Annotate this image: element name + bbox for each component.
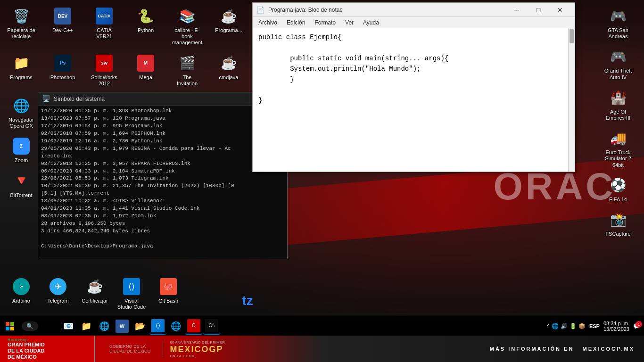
gta-sa-label: GTA San Andreas [603, 27, 633, 40]
tezos-area: tz [231, 289, 264, 312]
tray-dropbox-icon[interactable]: 📦 [578, 323, 586, 329]
fscapture-icon: 📸 [609, 210, 627, 229]
taskbar-app-cmd[interactable]: C:\ [203, 318, 220, 335]
desktop-icon-papelera[interactable]: 🗑️ Papelera de reciclaje [5, 5, 38, 48]
desktop-icon-programa[interactable]: ☕ Programa... [212, 5, 245, 48]
notification-center-button[interactable]: 💬 1 [633, 323, 640, 329]
desktop-icon-python[interactable]: 🐍 Python [129, 5, 162, 48]
desktop-icon-programs[interactable]: 📁 Programs [5, 52, 38, 89]
desktop-icon-gta4[interactable]: 🎮 Grand Theft Auto IV [602, 45, 635, 82]
notepad-window-controls: ─ □ ✕ [506, 3, 571, 17]
taskbar-app-word[interactable]: W [114, 318, 131, 335]
notepad-close-button[interactable]: ✕ [549, 3, 571, 17]
notepad-menubar: Archivo Edición Formato Ver Ayuda [253, 17, 575, 28]
fscapture-label: FSCapture [605, 231, 630, 237]
desktop-icon-vscode[interactable]: ⟨⟩ Visual Studio Code [115, 275, 148, 312]
tray-battery-icon[interactable]: 🔋 [570, 323, 577, 329]
taskbar-app-opera[interactable]: 🌐 [167, 318, 184, 335]
notepad-menu-formato[interactable]: Formato [311, 18, 339, 27]
desktop-icon-tezos[interactable]: tz [231, 289, 264, 312]
navegador-icon: 🌐 [12, 96, 31, 115]
notepad-content[interactable]: public class Ejemplo{ public static void… [253, 28, 575, 172]
notepad-menu-archivo[interactable]: Archivo [255, 18, 281, 27]
cmd-body[interactable]: 14/12/2020 01:35 p. m. 1,398 Photoshop.l… [38, 106, 287, 259]
desktop-icon-photoshop[interactable]: Ps Photoshop [46, 52, 79, 89]
cmd-line-9: 06/02/2023 04:33 p. m. 2,104 SumatraPDF.… [41, 168, 284, 175]
notepad-window: 📄 Programa.java: Bloc de notas ─ □ ✕ Arc… [252, 2, 575, 172]
papelera-icon: 🗑️ [12, 7, 31, 25]
telegram-icon: ✈ [49, 277, 67, 296]
code-line-7: } [258, 95, 569, 106]
desktop-icon-fscapture[interactable]: 📸 FSCapture [602, 208, 635, 239]
taskbar-app-edge[interactable]: 🌐 [96, 318, 113, 335]
notepad-menu-ver[interactable]: Ver [341, 18, 357, 27]
start-button[interactable] [0, 316, 20, 336]
programa-label: Programa... [215, 27, 242, 33]
f1-event-name: GRAN PREMIO DE LA CIUDAD DE MÉXICO [8, 342, 87, 361]
zoom-icon: Z [12, 137, 31, 156]
cmdjava-label: cmdjava [219, 74, 239, 81]
clock-date: 13/02/2023 [603, 326, 629, 332]
cmd-line-5: 19/03/2019 12:16 a. m. 2,730 Python.lnk [41, 138, 284, 145]
gta4-label: Grand Theft Auto IV [603, 68, 633, 80]
code-line-3: public static void main(string... args){ [258, 53, 569, 64]
desktop-icon-euro-truck[interactable]: 🚚 Euro Truck Simulator 2 64bit [602, 127, 635, 170]
desktop-icon-gitbash[interactable]: 🐙 Git Bash [152, 275, 185, 312]
solidworks-icon: SW [95, 54, 114, 73]
notepad-maximize-button[interactable]: □ [528, 3, 549, 17]
desktop-icon-solidworks[interactable]: SW SolidWorks 2012 [88, 52, 121, 89]
taskbar-app-widgets[interactable]: ⊞ [42, 318, 59, 335]
cmd-line-19: C:\Users\Dante\Desktop>Programa.java [41, 243, 284, 250]
notepad-minimize-button[interactable]: ─ [506, 3, 528, 17]
desktop-icon-certifica[interactable]: ☕ Certifica.jar [78, 275, 111, 312]
notepad-scrollbar[interactable] [568, 28, 575, 172]
tray-chevron-icon[interactable]: ^ [547, 323, 550, 329]
desktop-icon-cmdjava[interactable]: ☕ cmdjava [212, 52, 245, 89]
desktop-icon-fifa14[interactable]: ⚽ FIFA 14 [602, 174, 635, 205]
desktop-icon-mega[interactable]: M Mega [129, 52, 162, 89]
desktop-icon-arduino[interactable]: ∞ Arduino [5, 275, 38, 312]
taskbar-app-explorer[interactable]: 📁 [78, 318, 95, 335]
desktop-icon-devcpp[interactable]: DEV Dev-C++ [46, 5, 79, 48]
gta4-icon: 🎮 [609, 47, 627, 66]
cmd-line-4: 02/02/2018 07:59 p. m. 1,694 PSIPHON.lnk [41, 130, 284, 138]
aoe3-label: Age Of Empires III [603, 109, 633, 121]
desktop-icons-top-row: 🗑️ Papelera de reciclaje DEV Dev-C++ CAT… [5, 5, 250, 89]
taskbar-search[interactable]: 🔍 [22, 321, 38, 331]
mexico-gp-subtitle: EN LA CDMX [170, 354, 225, 358]
search-icon: 🔍 [26, 323, 33, 329]
desktop-icon-aoe3[interactable]: 🏰 Age Of Empires III [602, 86, 635, 123]
tray-network-icon[interactable]: 🌐 [552, 323, 559, 329]
desktop-icon-calibre[interactable]: 📚 calibre - E-book management [171, 5, 204, 48]
gta-sa-icon: 🎮 [609, 7, 627, 25]
notepad-menu-ayuda[interactable]: Ayuda [359, 18, 383, 27]
tray-sound-icon[interactable]: 🔊 [561, 323, 568, 329]
desktop-icon-zoom[interactable]: Z Zoom [5, 135, 38, 165]
notepad-app-icon: 📄 [256, 6, 264, 14]
desktop-icon-bittorrent[interactable]: 🔻 BitTorrent [5, 170, 38, 200]
desktop-icons-right-col: 🎮 GTA San Andreas 🎮 Grand Theft Auto IV … [602, 5, 639, 239]
taskbar-app-vscode[interactable]: ⟨⟩ [149, 318, 166, 335]
taskbar-pinned-apps: ⊞ 📧 📁 🌐 W 📂 ⟨⟩ 🌐 O C:\ [40, 318, 222, 335]
cmd-titlebar: 🖥️ Símbolo del sistema ─ □ ✕ [38, 92, 287, 106]
taskbar-app-taskview[interactable]: O [185, 318, 202, 335]
scrollbar-thumb[interactable] [570, 29, 574, 43]
desktop-icon-navegador[interactable]: 🌐 Navegador Opera GX [5, 94, 38, 131]
taskbar-app-mail[interactable]: 📧 [60, 318, 77, 335]
desktop-icon-telegram[interactable]: ✈ Telegram [41, 275, 74, 312]
taskbar-clock[interactable]: 08:34 p. m. 13/02/2023 [603, 321, 629, 332]
cmd-line-14: 04/01/2023 11:35 a. m. 1,441 Visual Stud… [41, 205, 284, 213]
cmdjava-icon: ☕ [219, 54, 238, 73]
bittorrent-label: BitTorrent [10, 192, 32, 198]
cmd-line-21: C:\Users\Dante\Desktop>Programa.java [41, 258, 284, 259]
fifa14-label: FIFA 14 [609, 197, 627, 203]
desktop-icon-catia[interactable]: CATIA CATIA V5R21 [88, 5, 121, 48]
devcpp-label: Dev-C++ [52, 27, 73, 33]
cmd-line-1: 14/12/2020 01:35 p. m. 1,398 Photoshop.l… [41, 107, 284, 115]
taskbar-app-explorer2[interactable]: 📂 [132, 318, 149, 335]
desktop-icon-gta-sa[interactable]: 🎮 GTA San Andreas [602, 5, 635, 41]
language-indicator[interactable]: ESP [589, 323, 600, 329]
notepad-menu-edicion[interactable]: Edición [283, 18, 309, 27]
papelera-label: Papelera de reciclaje [7, 27, 36, 40]
desktop-icon-invitation[interactable]: 🎬 The Invitation [171, 52, 204, 89]
